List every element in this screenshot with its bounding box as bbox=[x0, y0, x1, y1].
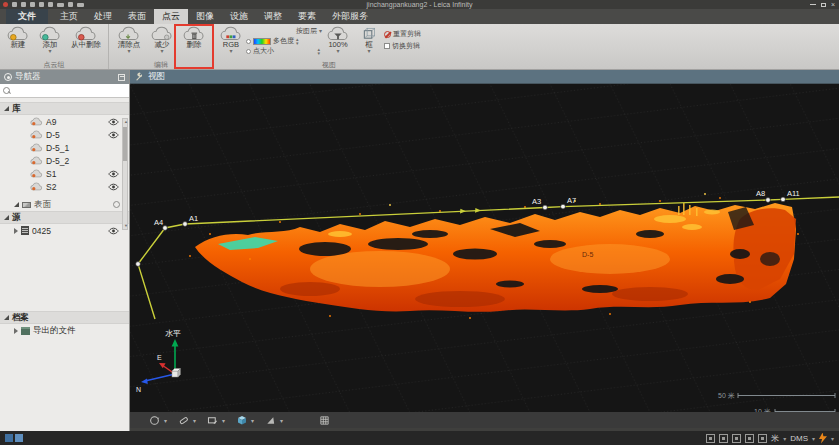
minimize-button[interactable] bbox=[810, 4, 816, 5]
length-unit-dropdown[interactable]: 米 bbox=[771, 433, 779, 444]
tree-section-archive[interactable]: 档案 bbox=[0, 311, 129, 324]
live-status-icon[interactable] bbox=[819, 433, 827, 444]
tab-file[interactable]: 文件 bbox=[6, 9, 48, 24]
layers-icon[interactable] bbox=[719, 434, 728, 443]
tree-item-a9[interactable]: A9 bbox=[0, 115, 129, 128]
dropdown-caret-icon[interactable]: ▾ bbox=[222, 417, 225, 424]
remove-from-pointcloud-button[interactable]: 从中删除 bbox=[66, 24, 106, 60]
add-to-pointcloud-button[interactable]: 添加 ▾ bbox=[34, 24, 66, 60]
select-edit-button[interactable] bbox=[177, 414, 190, 427]
point-size-radio[interactable] bbox=[246, 49, 251, 54]
tree-item-d5-1[interactable]: D-5_1 bbox=[0, 141, 129, 154]
status-info-icon[interactable] bbox=[15, 434, 23, 442]
collapse-triangle-icon[interactable] bbox=[14, 228, 18, 234]
scroll-down-icon[interactable]: ▼ bbox=[124, 223, 128, 229]
scroll-up-icon[interactable]: ▲ bbox=[124, 119, 128, 125]
pointcloud-icon bbox=[30, 130, 43, 139]
toggle-clip-checkbox[interactable]: 切换剪辑 bbox=[384, 42, 442, 50]
pin-panel-icon[interactable] bbox=[118, 74, 125, 81]
zoom-100-button[interactable]: 100% ▾ bbox=[322, 24, 354, 60]
source-file-icon bbox=[21, 226, 29, 235]
visibility-eye-icon[interactable] bbox=[108, 170, 119, 178]
spinner-arrows-icon[interactable]: ▴▾ bbox=[296, 37, 299, 45]
navigator-title: 导航器 bbox=[15, 71, 41, 83]
expand-triangle-icon[interactable] bbox=[14, 202, 19, 207]
clear-points-button[interactable]: 清除点 ▾ bbox=[111, 24, 147, 60]
delete-points-button[interactable]: 删除 bbox=[177, 24, 211, 60]
selection-mode-icon[interactable] bbox=[758, 434, 767, 443]
visibility-eye-icon[interactable] bbox=[108, 183, 119, 191]
clip-plane-button[interactable] bbox=[264, 414, 277, 427]
viewport-canvas[interactable]: A4 A1 A3 A7 A8 A11 D-5 bbox=[130, 84, 839, 412]
window-layout-icon[interactable] bbox=[57, 3, 64, 7]
cut-icon[interactable] bbox=[30, 2, 35, 7]
list-icon[interactable] bbox=[77, 3, 84, 7]
tree-item-d5-2[interactable]: D-5_2 bbox=[0, 154, 129, 167]
orbit-view-button[interactable] bbox=[148, 414, 161, 427]
snap-mode-icon[interactable] bbox=[706, 434, 715, 443]
close-button[interactable]: × bbox=[831, 1, 835, 8]
tab-adjustment[interactable]: 调整 bbox=[256, 9, 290, 24]
tab-processing[interactable]: 处理 bbox=[86, 9, 120, 24]
tool-icon[interactable] bbox=[48, 2, 53, 7]
scrollbar-thumb[interactable] bbox=[123, 127, 127, 161]
tree-item-s2[interactable]: S2 bbox=[0, 180, 129, 193]
viewport-title: 视图 bbox=[148, 71, 165, 83]
collapse-triangle-icon[interactable] bbox=[14, 328, 18, 334]
settings-gear-icon[interactable] bbox=[39, 2, 44, 7]
angle-unit-dropdown[interactable]: DMS bbox=[790, 434, 808, 443]
dropdown-caret-icon[interactable]: ▾ bbox=[251, 417, 254, 424]
table-mode-icon[interactable] bbox=[745, 434, 754, 443]
window-controls: × bbox=[810, 1, 835, 8]
tree-item-d5[interactable]: D-5 bbox=[0, 128, 129, 141]
checkbox-icon bbox=[384, 43, 390, 49]
reset-clip-button[interactable]: 重置剪辑 bbox=[384, 30, 442, 38]
grid-toggle-button[interactable] bbox=[318, 414, 331, 427]
expand-triangle-icon[interactable] bbox=[4, 106, 9, 111]
reduce-points-button[interactable]: 减少 ▾ bbox=[147, 24, 177, 60]
redo-icon[interactable] bbox=[21, 2, 26, 7]
tree-section-library[interactable]: 库 bbox=[0, 102, 129, 115]
status-app-icon[interactable] bbox=[5, 434, 13, 442]
tree-item-surfaces[interactable]: 表面 bbox=[0, 198, 129, 211]
grid-mode-icon[interactable] bbox=[732, 434, 741, 443]
tab-pointcloud[interactable]: 点云 bbox=[154, 9, 188, 24]
tab-services[interactable]: 外部服务 bbox=[324, 9, 376, 24]
expand-triangle-icon[interactable] bbox=[4, 215, 9, 220]
viewport: 视图 bbox=[130, 70, 839, 431]
visibility-eye-icon[interactable] bbox=[108, 131, 119, 139]
search-input[interactable] bbox=[14, 86, 126, 95]
expand-triangle-icon[interactable] bbox=[4, 315, 9, 320]
dropdown-caret-icon[interactable]: ▾ bbox=[280, 417, 283, 424]
rgb-coloring-button[interactable]: RGB ▾ bbox=[216, 24, 246, 60]
tree-section-source[interactable]: 源 bbox=[0, 211, 129, 224]
tab-infrastructure[interactable]: 设施 bbox=[222, 9, 256, 24]
cube-view-button[interactable] bbox=[235, 414, 248, 427]
tab-surfaces[interactable]: 表面 bbox=[120, 9, 154, 24]
tab-imaging[interactable]: 图像 bbox=[188, 9, 222, 24]
dropdown-caret-icon[interactable]: ▾ bbox=[164, 417, 167, 424]
maximize-button[interactable] bbox=[821, 3, 826, 7]
undo-icon[interactable] bbox=[12, 2, 17, 7]
navigator-scrollbar[interactable]: ▲ ▼ bbox=[122, 118, 128, 230]
close-view-icon[interactable] bbox=[68, 2, 73, 7]
tree-item-0425[interactable]: 0425 bbox=[0, 224, 129, 237]
new-pointcloud-button[interactable]: 新建 bbox=[2, 24, 34, 60]
visibility-eye-icon[interactable] bbox=[108, 227, 119, 235]
ribbon-group-view: RGB ▾ 按图层 ▾ 多色度 ▴▾ bbox=[214, 24, 444, 69]
tab-home[interactable]: 主页 bbox=[52, 9, 86, 24]
record-icon[interactable] bbox=[3, 2, 8, 7]
tab-features[interactable]: 要素 bbox=[290, 9, 324, 24]
dropdown-caret-icon: ▾ bbox=[783, 435, 786, 442]
visibility-eye-icon[interactable] bbox=[108, 118, 119, 126]
tree-item-s1[interactable]: S1 bbox=[0, 167, 129, 180]
dropdown-caret-icon[interactable]: ▾ bbox=[193, 417, 196, 424]
spinner-arrows-icon[interactable]: ▴▾ bbox=[317, 47, 320, 55]
quick-access-toolbar bbox=[3, 2, 84, 7]
box-select-button[interactable] bbox=[206, 414, 219, 427]
by-layer-dropdown[interactable]: 按图层 bbox=[296, 26, 317, 36]
frame-button[interactable]: 框 ▾ bbox=[354, 24, 384, 60]
tree-item-exported-files[interactable]: 导出的文件 bbox=[0, 324, 129, 337]
scene-3d: A4 A1 A3 A7 A8 A11 D-5 bbox=[130, 84, 839, 412]
multi-color-radio[interactable] bbox=[246, 39, 251, 44]
